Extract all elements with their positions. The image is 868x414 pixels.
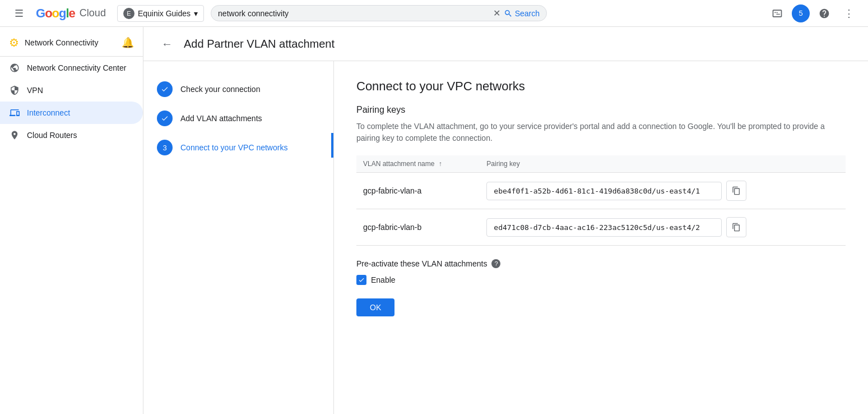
step-1-done-icon xyxy=(157,81,173,97)
app-body: ⚙ Network Connectivity 🔔 Network Connect… xyxy=(0,27,868,414)
step-1-label: Check your connection xyxy=(180,85,260,94)
pairing-key-input-a[interactable] xyxy=(486,182,722,200)
search-icon xyxy=(504,9,513,18)
top-navbar: ☰ Google Cloud E Equinix Guides ▾ ✕ Sear… xyxy=(0,0,868,27)
interconnect-icon xyxy=(9,107,20,118)
sidebar: ⚙ Network Connectivity 🔔 Network Connect… xyxy=(0,27,143,414)
bell-icon[interactable]: 🔔 xyxy=(122,36,134,49)
more-options-button[interactable]: ⋮ xyxy=(839,3,859,24)
sidebar-header: ⚙ Network Connectivity 🔔 xyxy=(0,27,143,57)
step-check-connection[interactable]: Check your connection xyxy=(143,75,333,104)
nav-icons: 5 ⋮ xyxy=(767,3,859,24)
search-button[interactable]: Search xyxy=(504,9,540,18)
ncc-icon xyxy=(9,62,20,73)
copy-icon-a xyxy=(732,186,741,195)
sidebar-item-label-vpn: VPN xyxy=(27,86,43,95)
wizard-layout: Check your connection Add VLAN attachmen… xyxy=(143,61,868,414)
wizard-steps: Check your connection Add VLAN attachmen… xyxy=(143,61,334,414)
project-selector[interactable]: E Equinix Guides ▾ xyxy=(117,5,204,22)
project-name: Equinix Guides xyxy=(138,9,191,18)
col-key-header: Pairing key xyxy=(480,155,846,173)
page-title: Add Partner VLAN attachment xyxy=(184,38,335,50)
sidebar-item-label-cloud-routers: Cloud Routers xyxy=(27,131,77,140)
col-attachment-header: VLAN attachment name ↑ xyxy=(356,155,480,173)
search-clear-button[interactable]: ✕ xyxy=(493,8,500,19)
terminal-icon xyxy=(772,8,783,19)
google-cloud-logo: Google Cloud xyxy=(36,6,106,21)
sidebar-header-icon: ⚙ xyxy=(9,36,19,49)
description-text: To complete the VLAN attachment, go to y… xyxy=(356,121,846,144)
enable-checkbox-row: Enable xyxy=(356,275,846,285)
pre-activate-label: Pre-activate these VLAN attachments ? xyxy=(356,259,846,268)
enable-checkbox[interactable] xyxy=(356,275,366,285)
hamburger-menu-button[interactable]: ☰ xyxy=(9,3,29,24)
step-active-bar xyxy=(331,133,333,158)
copy-button-b[interactable] xyxy=(726,217,746,237)
project-dropdown-icon: ▾ xyxy=(194,9,198,18)
cloud-text: Cloud xyxy=(80,7,106,19)
step-add-vlan-attachments[interactable]: Add VLAN attachments xyxy=(143,104,333,133)
subsection-title: Pairing keys xyxy=(356,105,846,115)
page-header: ← Add Partner VLAN attachment xyxy=(143,27,868,61)
copy-button-a[interactable] xyxy=(726,181,746,201)
sidebar-title: Network Connectivity xyxy=(25,38,99,47)
google-logo: Google xyxy=(36,6,75,21)
terminal-icon-button[interactable] xyxy=(767,3,787,24)
help-icon xyxy=(819,8,830,19)
attachment-name-a: gcp-fabric-vlan-a xyxy=(356,173,480,209)
step-2-done-icon xyxy=(157,111,173,126)
sidebar-item-label-interconnect: Interconnect xyxy=(27,108,70,117)
svg-rect-0 xyxy=(776,13,780,14)
step-2-label: Add VLAN attachments xyxy=(180,114,262,123)
copy-icon-b xyxy=(732,223,741,232)
content-area: ← Add Partner VLAN attachment Check your… xyxy=(143,27,868,414)
enable-label: Enable xyxy=(371,275,396,284)
sidebar-item-cloud-routers[interactable]: Cloud Routers xyxy=(0,124,143,146)
search-label: Search xyxy=(515,9,540,18)
pairing-key-cell-b xyxy=(480,209,846,246)
section-title: Connect to your VPC networks xyxy=(356,79,846,94)
sidebar-item-label-ncc: Network Connectivity Center xyxy=(27,63,126,72)
vpn-icon xyxy=(9,85,20,96)
sidebar-item-network-connectivity-center[interactable]: Network Connectivity Center xyxy=(0,57,143,79)
step-3-label: Connect to your VPC networks xyxy=(180,143,287,152)
user-avatar[interactable]: 5 xyxy=(792,4,810,22)
back-button[interactable]: ← xyxy=(157,34,177,54)
table-row: gcp-fabric-vlan-b xyxy=(356,209,846,246)
step-3-number: 3 xyxy=(157,140,173,155)
sidebar-item-vpn[interactable]: VPN xyxy=(0,79,143,102)
cloud-routers-icon xyxy=(9,130,20,141)
help-button[interactable] xyxy=(814,3,834,24)
sidebar-item-interconnect[interactable]: Interconnect xyxy=(0,102,143,124)
main-content: Connect to your VPC networks Pairing key… xyxy=(334,61,868,414)
table-row: gcp-fabric-vlan-a xyxy=(356,173,846,209)
search-input[interactable] xyxy=(218,9,493,18)
project-avatar: E xyxy=(123,8,134,19)
help-circle-icon[interactable]: ? xyxy=(491,259,500,268)
pre-activate-section: Pre-activate these VLAN attachments ? En… xyxy=(356,259,846,285)
attachment-name-b: gcp-fabric-vlan-b xyxy=(356,209,480,246)
sort-icon[interactable]: ↑ xyxy=(439,160,442,168)
pairing-table: VLAN attachment name ↑ Pairing key gcp-f… xyxy=(356,155,846,246)
ok-button[interactable]: OK xyxy=(356,298,394,316)
step-connect-vpc[interactable]: 3 Connect to your VPC networks xyxy=(143,133,333,162)
pairing-key-cell-a xyxy=(480,173,846,209)
search-bar: ✕ Search xyxy=(211,5,547,21)
pairing-key-input-b[interactable] xyxy=(486,218,722,237)
